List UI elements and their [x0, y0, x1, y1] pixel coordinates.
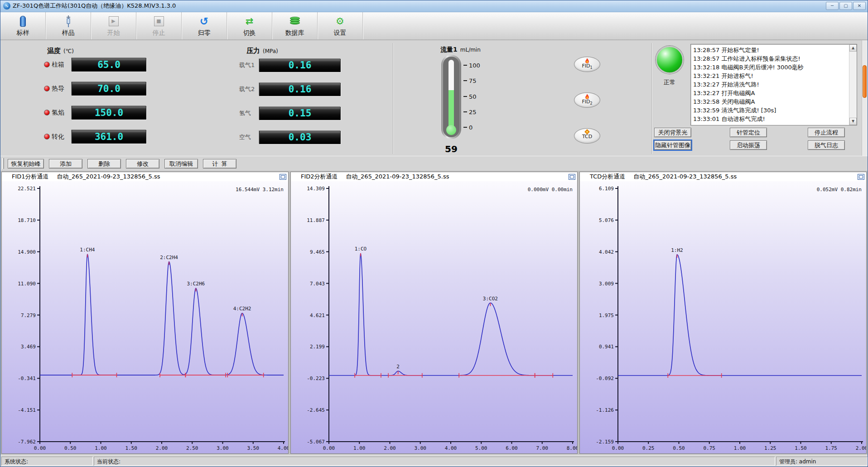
restore-initial-peaks-button[interactable]: 恢复初始峰 — [8, 159, 44, 169]
delete-peak-button[interactable]: 删除 — [87, 159, 121, 169]
stop-flow-button[interactable]: 停止流程 — [808, 128, 845, 137]
pressure-row-carrier1: 载气1 0.16 — [239, 59, 341, 72]
peak-edit-toolbar: 恢复初始峰 添加 删除 修改 取消编辑 计 算 — [0, 156, 868, 171]
database-icon — [290, 14, 300, 28]
lcd-display: 0.15 — [259, 107, 341, 120]
svg-text:2:C2H4: 2:C2H4 — [160, 255, 178, 260]
fid2-chart-panel: FID2分析通道 自动_265_2021-09-23_132856_5.ss 1… — [290, 172, 578, 454]
tcd-chromatogram[interactable]: 6.1095.0764.0423.0091.9750.941-0.092-1.1… — [580, 181, 866, 453]
status-led-icon — [44, 134, 50, 140]
svg-text:-5.067: -5.067 — [307, 439, 325, 445]
toolbar-gripper-icon — [2, 158, 4, 169]
log-line: 13:32:18 电磁阀B关闭后缓冲! 3000毫秒 — [693, 63, 849, 72]
edge-strip — [862, 40, 868, 156]
svg-text:-4.151: -4.151 — [18, 407, 36, 413]
svg-text:0.00: 0.00 — [612, 445, 624, 451]
toolbar-start[interactable]: ▶ 开始 — [91, 12, 136, 39]
lcd-display: 0.16 — [259, 59, 341, 72]
svg-text:1.975: 1.975 — [599, 313, 614, 318]
swap-arrows-icon: ⇄ — [246, 14, 254, 28]
degas-log-button[interactable]: 脱气日志 — [808, 140, 845, 150]
toolbar-database[interactable]: 数据库 — [272, 12, 318, 39]
maximize-chart-icon[interactable] — [280, 174, 286, 180]
chart-filename: 自动_265_2021-09-23_132856_5.ss — [633, 173, 737, 181]
admin-cell: 管理员: admin — [776, 457, 868, 466]
flow-tick: 50 — [463, 93, 477, 100]
close-backlight-button[interactable]: 关闭背景光 — [654, 128, 691, 137]
svg-text:0.00: 0.00 — [323, 445, 335, 451]
tcd-chart-panel: TCD分析通道 自动_265_2021-09-23_132856_5.ss 6.… — [579, 172, 867, 454]
svg-text:0.75: 0.75 — [704, 445, 716, 451]
add-peak-button[interactable]: 添加 — [49, 159, 82, 169]
calculate-button[interactable]: 计 算 — [203, 159, 236, 169]
svg-text:14.900: 14.900 — [18, 249, 36, 255]
toolbar-settings[interactable]: ⚙ 设置 — [318, 12, 363, 39]
chromatogram-area: FID1分析通道 自动_265_2021-09-23_132856_5.ss 2… — [0, 171, 868, 455]
svg-text:0.941: 0.941 — [599, 344, 614, 350]
control-panel: 温度(℃) 柱箱 65.0 热导 70.0 氢焰 150.0 转化 361.0 … — [0, 40, 868, 156]
svg-text:7.043: 7.043 — [310, 281, 325, 287]
scroll-down-icon[interactable]: ▼ — [849, 118, 857, 125]
toolbar-zero[interactable]: ↺ 归零 — [182, 12, 227, 39]
flow-tick: 75 — [463, 77, 477, 84]
fid1-chromatogram[interactable]: 22.52118.71014.90011.0907.2793.469-0.341… — [2, 181, 288, 453]
svg-text:-7.962: -7.962 — [18, 439, 36, 445]
toolbar-standard-sample[interactable]: 标样 — [0, 12, 46, 39]
maximize-chart-icon[interactable] — [569, 174, 575, 180]
start-oscillation-button[interactable]: 启动振荡 — [730, 140, 767, 150]
hide-needle-image-button[interactable]: 隐藏针管图像 — [654, 140, 691, 150]
system-status-label: 正常 — [656, 78, 684, 87]
svg-text:-2.159: -2.159 — [596, 439, 614, 445]
fid2-chromatogram[interactable]: 14.30911.8879.4657.0434.6212.199-0.223-2… — [291, 181, 577, 453]
svg-text:0.25: 0.25 — [642, 445, 655, 451]
pressure-row-air: 空气 0.03 — [239, 131, 341, 144]
svg-text:4.042: 4.042 — [599, 249, 614, 255]
flow-tick: 100 — [463, 62, 480, 69]
log-line: 13:32:27 开始清洗气路! — [693, 80, 849, 89]
svg-text:18.710: 18.710 — [18, 217, 36, 223]
flow-tick: 25 — [463, 109, 477, 116]
svg-text:1.00: 1.00 — [353, 445, 366, 451]
fid1-detector-button[interactable]: FID1 — [574, 57, 600, 72]
toolbar-stop[interactable]: ■ 停止 — [136, 12, 182, 39]
toolbar-sample[interactable]: 样品 — [46, 12, 91, 39]
lcd-display: 361.0 — [72, 130, 146, 144]
chart-title: TCD分析通道 — [590, 173, 625, 181]
lcd-display: 0.16 — [259, 83, 341, 96]
main-toolbar: 标样 样品 ▶ 开始 ■ 停止 ↺ 归零 ⇄ 切换 数据库 — [0, 12, 868, 40]
toolbar-switch[interactable]: ⇄ 切换 — [227, 12, 272, 39]
maximize-chart-icon[interactable] — [858, 174, 864, 180]
svg-text:1.25: 1.25 — [764, 445, 776, 451]
app-window: ∿ ZF-301Q色谱工作站(301Q自动（绝缘油）K528.M)V3.1.3.… — [0, 0, 868, 467]
svg-text:6.109: 6.109 — [599, 186, 614, 192]
svg-text:11.887: 11.887 — [307, 217, 325, 223]
title-bar: ∿ ZF-301Q色谱工作站(301Q自动（绝缘油）K528.M)V3.1.3.… — [0, 0, 868, 12]
svg-text:7.279: 7.279 — [21, 313, 36, 318]
maximize-button[interactable]: ▢ — [839, 2, 852, 10]
scroll-up-icon[interactable]: ▲ — [849, 44, 857, 52]
fid1-chart-panel: FID1分析通道 自动_265_2021-09-23_132856_5.ss 2… — [1, 172, 289, 454]
event-log[interactable]: 13:28:57 开始标气定量! 13:28:57 工作站进入标样预备采集状态!… — [690, 44, 857, 125]
svg-text:14.309: 14.309 — [307, 186, 325, 192]
svg-text:1:CH4: 1:CH4 — [80, 247, 95, 253]
close-button[interactable]: ✕ — [853, 2, 866, 10]
needle-position-button[interactable]: 针管定位 — [730, 128, 767, 137]
temp-row-column-oven: 柱箱 65.0 — [44, 58, 146, 72]
fid2-detector-button[interactable]: FID2 — [574, 92, 600, 108]
tcd-detector-button[interactable]: TCD — [574, 128, 600, 144]
system-status-cell: 系统状态: — [1, 457, 93, 466]
svg-text:0.000mV 0.00min: 0.000mV 0.00min — [528, 187, 573, 193]
svg-text:0.052mV 0.82min: 0.052mV 0.82min — [817, 187, 862, 193]
chart-filename: 自动_265_2021-09-23_132856_5.ss — [57, 173, 160, 181]
modify-peak-button[interactable]: 修改 — [126, 159, 159, 169]
cancel-edit-button[interactable]: 取消编辑 — [164, 159, 198, 169]
log-line: 13:28:57 开始标气定量! — [693, 46, 849, 54]
log-line: 13:32:27 打开电磁阀A — [693, 89, 849, 97]
minimize-button[interactable]: ─ — [826, 2, 839, 10]
edge-indicator[interactable] — [863, 65, 867, 98]
svg-text:4.00: 4.00 — [278, 445, 288, 451]
log-scrollbar[interactable]: ▲ ▼ — [849, 44, 857, 125]
app-icon: ∿ — [3, 2, 10, 10]
lcd-display: 0.03 — [259, 131, 341, 144]
svg-text:9.465: 9.465 — [310, 249, 325, 255]
